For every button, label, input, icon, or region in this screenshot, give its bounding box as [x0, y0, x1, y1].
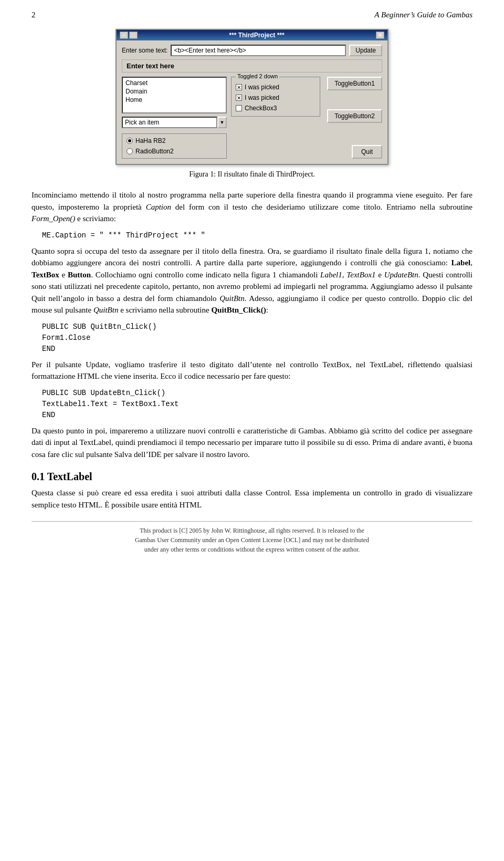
list-item: Home [124, 96, 225, 104]
code3-line2: TextLabel1.Text = TextBox1.Text [42, 399, 472, 410]
body-text-5: Questa classe si può creare ed essa ered… [32, 487, 472, 511]
code-block-1: ME.Caption = " *** ThirdProject *** " [42, 230, 472, 241]
checkbox3[interactable]: CheckBox3 [236, 105, 316, 112]
radio2-indicator: ✕ [236, 95, 242, 101]
window-titlebar: − □ *** ThirdProject *** ✕ [117, 30, 387, 40]
window-title: *** ThirdProject *** [138, 32, 376, 39]
titlebar-close-buttons: ✕ [376, 32, 384, 39]
section-heading: 0.1 TextLabel [32, 471, 472, 483]
toggle-button-2[interactable]: ToggleButton2 [327, 109, 382, 123]
left-panel: Charset Domain Home Pick an item ▼ HaHa … [122, 77, 227, 159]
para4: Da questo punto in poi, impareremo a uti… [32, 425, 472, 461]
page-header: 2 A Beginner’s Guide to Gambas [32, 11, 472, 19]
radio-btn2-label: RadioButton2 [135, 148, 174, 155]
combo-box[interactable]: Pick an item [122, 117, 217, 128]
combo-arrow-icon[interactable]: ▼ [217, 117, 227, 128]
checkbox3-indicator [236, 105, 242, 111]
radio-check-2[interactable]: ✕ I was picked [236, 94, 316, 101]
quit-button[interactable]: Quit [352, 145, 382, 159]
window-frame: − □ *** ThirdProject *** ✕ Enter some te… [116, 29, 388, 165]
radio1-indicator: ✕ [236, 84, 242, 90]
para3: Per il pulsante Update, vogliamo trasfer… [32, 359, 472, 382]
group-box: Toggled 2 down ✕ I was picked ✕ I was pi… [231, 77, 320, 117]
main-area: Charset Domain Home Pick an item ▼ HaHa … [122, 77, 382, 159]
code1-line: ME.Caption = " *** ThirdProject *** " [42, 231, 205, 240]
right-panel: ToggleButton1 ToggleButton2 Quit [324, 77, 382, 159]
close-button[interactable]: ✕ [376, 32, 384, 39]
footer-line2: Gambas User Community under an Open Cont… [32, 535, 472, 545]
body-text-3: Per il pulsante Update, vogliamo trasfer… [32, 359, 472, 382]
figure-container: − □ *** ThirdProject *** ✕ Enter some te… [32, 29, 472, 179]
footer-note: This product is [C] 2005 by John W. Ritt… [32, 521, 472, 554]
radio-haha[interactable]: HaHa RB2 [127, 137, 222, 144]
code2-line1: PUBLIC SUB QuitBtn_Click() [42, 321, 472, 333]
radio-haha-label: HaHa RB2 [135, 137, 165, 144]
para5: Questa classe si può creare ed essa ered… [32, 487, 472, 511]
code-block-3: PUBLIC SUB UpdateBtn_Click() TextLabel1.… [42, 388, 472, 421]
code2-line3: END [42, 344, 472, 355]
code3-line1: PUBLIC SUB UpdateBtn_Click() [42, 388, 472, 399]
listbox[interactable]: Charset Domain Home [122, 77, 227, 113]
para2: Quanto sopra si occupa del testo da asse… [32, 245, 472, 316]
input-row: Enter some text: Update [122, 45, 382, 56]
para1: Incominciamo mettendo il titolo al nostr… [32, 189, 472, 225]
list-item: Charset [124, 79, 225, 87]
figure-caption: Figura 1: Il risultato finale di ThirdPr… [189, 170, 315, 179]
radio-haha-indicator [127, 138, 133, 144]
radio-btn2[interactable]: RadioButton2 [127, 148, 222, 155]
body-text-2: Quanto sopra si occupa del testo da asse… [32, 245, 472, 316]
footer-line3: under any other terms or conditions with… [32, 545, 472, 554]
radio-check-1[interactable]: ✕ I was picked [236, 84, 316, 91]
update-button[interactable]: Update [349, 45, 382, 56]
code-block-2: PUBLIC SUB QuitBtn_Click() Form1.Close E… [42, 321, 472, 355]
checkbox3-label: CheckBox3 [245, 105, 277, 112]
section-title: TextLabel [47, 471, 92, 482]
radio1-label: I was picked [245, 84, 279, 91]
footer-line1: This product is [C] 2005 by John W. Ritt… [32, 526, 472, 535]
window-content: Enter some text: Update Enter text here … [117, 40, 387, 164]
body-text-4: Da questo punto in poi, impareremo a uti… [32, 425, 472, 461]
section-number: 0.1 [32, 471, 45, 482]
group-box-title: Toggled 2 down [236, 73, 279, 79]
radio2-label: I was picked [245, 94, 279, 101]
maximize-button[interactable]: □ [129, 32, 138, 39]
body-text: Incominciamo mettendo il titolo al nostr… [32, 189, 472, 225]
page-title: A Beginner’s Guide to Gambas [374, 11, 472, 19]
middle-panel: Toggled 2 down ✕ I was picked ✕ I was pi… [231, 77, 320, 159]
enter-text-label: Enter some text: [122, 47, 167, 54]
combo-wrapper: Pick an item ▼ [122, 117, 227, 128]
text-input[interactable] [171, 45, 346, 56]
label-box: Enter text here [122, 59, 382, 72]
radio-group: HaHa RB2 RadioButton2 [122, 133, 227, 159]
code3-line3: END [42, 410, 472, 421]
code2-line2: Form1.Close [42, 333, 472, 344]
page-number: 2 [32, 11, 36, 19]
list-item: Domain [124, 87, 225, 96]
radio-btn2-indicator [127, 148, 133, 154]
titlebar-buttons: − □ [120, 32, 138, 39]
toggle-button-1[interactable]: ToggleButton1 [327, 77, 382, 90]
minimize-button[interactable]: − [120, 32, 128, 39]
